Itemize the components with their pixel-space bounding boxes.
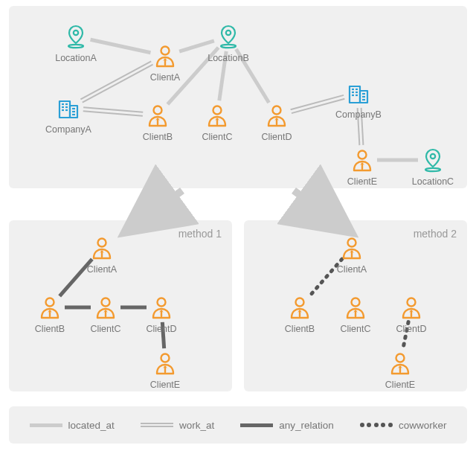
location-icon (63, 24, 89, 49)
node-label: ClientB (274, 324, 326, 334)
node-label: LocationA (50, 53, 102, 63)
node-clientc: ClientC (329, 295, 382, 334)
svg-point-18 (226, 31, 231, 35)
node-label: ClientA (326, 264, 378, 275)
legend-located-at-label: located_at (68, 420, 115, 431)
svg-line-79 (294, 191, 335, 220)
svg-line-78 (141, 191, 182, 220)
node-locationa: LocationA (50, 24, 102, 63)
node-clientb: ClientB (274, 295, 326, 334)
graph-method2-panel: method 2 ClientA ClientB ClientC ClientD (244, 220, 467, 391)
node-clienta: ClientA (139, 43, 191, 83)
legend-any-relation-label: any_relation (279, 420, 334, 431)
client-icon (37, 295, 62, 320)
svg-point-50 (431, 154, 435, 159)
location-icon (216, 24, 241, 49)
node-clientc: ClientC (80, 295, 132, 334)
client-icon (287, 295, 312, 320)
node-label: ClientD (251, 132, 303, 142)
node-clientd: ClientD (385, 295, 437, 334)
node-label: ClientB (24, 324, 76, 334)
node-label: ClientC (329, 324, 382, 334)
location-icon (420, 147, 446, 173)
node-locationb: LocationB (202, 24, 254, 63)
svg-point-33 (213, 106, 222, 115)
legend-dark-line-icon (240, 423, 273, 427)
client-icon (343, 295, 368, 320)
node-label: LocationB (202, 53, 254, 63)
client-icon (89, 235, 115, 260)
node-clientd: ClientD (251, 103, 303, 142)
client-icon (387, 351, 413, 376)
node-clientc: ClientC (191, 103, 243, 142)
svg-point-68 (348, 239, 356, 247)
legend-coworker: cowworker (360, 420, 447, 431)
svg-point-51 (425, 168, 440, 171)
svg-rect-37 (350, 86, 360, 103)
node-label: ClientA (76, 264, 128, 275)
svg-point-16 (161, 47, 170, 55)
client-icon (152, 351, 178, 376)
svg-rect-20 (60, 101, 70, 118)
node-label: ClientE (139, 380, 191, 390)
company-icon (56, 95, 81, 121)
node-clienta: ClientA (76, 235, 128, 275)
svg-point-70 (296, 298, 304, 307)
client-icon (145, 103, 170, 128)
node-label: ClientA (139, 72, 191, 83)
client-icon (152, 43, 178, 68)
client-icon (399, 295, 424, 320)
company-icon (346, 80, 371, 106)
node-clientd: ClientD (135, 295, 187, 334)
legend-coworker-label: cowworker (399, 420, 447, 431)
node-label: CompanyA (42, 124, 94, 135)
node-label: ClientE (374, 380, 426, 390)
node-companyb: CompanyB (332, 80, 385, 120)
node-companya: CompanyA (42, 95, 94, 135)
legend-work-at-label: work_at (179, 420, 214, 431)
svg-point-31 (154, 106, 162, 115)
svg-point-72 (352, 298, 360, 307)
svg-point-56 (98, 239, 106, 247)
legend-line-icon (30, 423, 62, 427)
client-icon (93, 295, 118, 320)
node-locationc: LocationC (407, 147, 459, 187)
node-label: ClientB (132, 132, 184, 142)
svg-point-15 (68, 45, 83, 48)
svg-point-19 (221, 45, 236, 48)
svg-point-48 (358, 151, 367, 159)
graph-original-panel: LocationA ClientA LocationB CompanyA Cli… (9, 6, 467, 188)
svg-point-58 (46, 298, 54, 307)
graph-method1-panel: method 1 ClientA ClientB ClientC ClientD (9, 220, 232, 391)
svg-point-60 (102, 298, 110, 307)
node-label: ClientD (135, 324, 187, 334)
node-label: ClientC (80, 324, 132, 334)
node-cliente: ClientE (139, 351, 191, 390)
node-cliente: ClientE (374, 351, 426, 390)
legend-any-relation: any_relation (240, 420, 334, 431)
svg-point-35 (273, 106, 281, 115)
legend-dots-icon (360, 423, 393, 427)
legend-located-at: located_at (30, 420, 115, 431)
svg-point-64 (161, 354, 170, 362)
node-clientb: ClientB (132, 103, 184, 142)
node-cliente: ClientE (336, 147, 388, 187)
node-label: ClientC (191, 132, 243, 142)
svg-point-74 (408, 298, 416, 307)
node-label: LocationC (407, 176, 459, 187)
client-icon (149, 295, 174, 320)
svg-point-14 (74, 31, 78, 35)
svg-point-62 (158, 298, 166, 307)
node-label: ClientE (336, 176, 388, 187)
node-clientb: ClientB (24, 295, 76, 334)
legend-work-at: work_at (141, 420, 214, 431)
node-clienta: ClientA (326, 235, 378, 275)
client-icon (350, 147, 375, 173)
client-icon (339, 235, 364, 260)
legend-panel: located_at work_at any_relation cowworke… (9, 406, 467, 444)
node-label: CompanyB (332, 109, 385, 120)
client-icon (205, 103, 230, 128)
node-label: ClientD (385, 324, 437, 334)
legend-double-line-icon (141, 423, 173, 427)
client-icon (264, 103, 289, 128)
